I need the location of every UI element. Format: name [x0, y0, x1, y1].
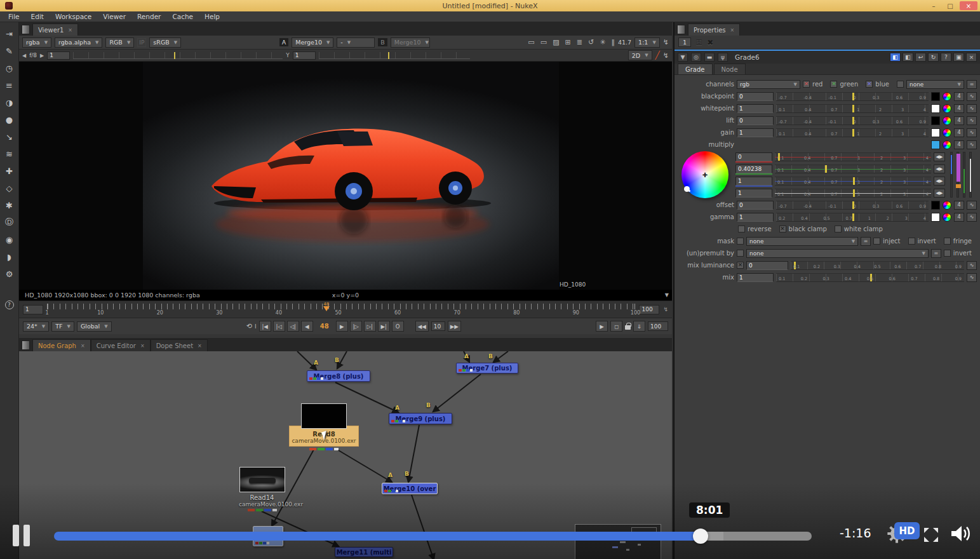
play-backward-button[interactable]: ◀ [301, 321, 313, 332]
player-fullscreen-icon[interactable] [922, 526, 940, 546]
stop-render-button[interactable]: ◻ [610, 321, 622, 332]
gamma-split-button[interactable]: 4 [954, 213, 964, 222]
tab-dope-sheet[interactable]: Dope Sheet× [151, 339, 208, 351]
blackpoint-split-button[interactable]: 4 [954, 92, 964, 101]
filter-node-icon[interactable]: ● [2, 112, 17, 127]
mix-field[interactable]: 1 [737, 273, 774, 282]
offset-curve-button[interactable]: ∿ [967, 201, 977, 210]
gain-slider[interactable] [73, 52, 283, 59]
tab-node-graph[interactable]: Node Graph× [32, 339, 91, 351]
refresh-icon[interactable]: ↻ [928, 53, 939, 62]
b-input-dropdown[interactable]: Merge10▼ [391, 37, 430, 48]
mask-invert-checkbox[interactable] [908, 238, 915, 245]
graph-minimap[interactable] [575, 524, 661, 559]
lift-curve-button[interactable]: ∿ [967, 116, 977, 125]
step-forward-10-button[interactable]: ▶▶ [448, 321, 461, 332]
playhead-marker[interactable]: 48 [323, 302, 330, 311]
player-volume-icon[interactable] [950, 524, 973, 546]
mask-inject-checkbox[interactable] [873, 238, 880, 245]
gamma-slider[interactable] [319, 52, 471, 59]
gamma-field[interactable]: 1 [293, 51, 316, 60]
node-merge10[interactable]: Merge10 (over [382, 483, 438, 494]
view-dims-dropdown[interactable]: 2D▼ [628, 50, 652, 60]
multiply-swatch[interactable] [931, 140, 940, 149]
pixel-analyzer-icon[interactable]: ↯ [663, 51, 669, 60]
tmi-sliders[interactable] [945, 151, 977, 199]
node-read8[interactable]: Read8 cameraMove.0100.exr [289, 403, 359, 450]
help-node-icon[interactable]: ? [2, 297, 17, 313]
metadata-node-icon[interactable]: ◗ [2, 249, 17, 264]
offset-colorwheel-icon[interactable] [943, 201, 951, 210]
bounce-icon[interactable]: I [255, 323, 257, 330]
hd-badge[interactable]: HD [894, 522, 920, 539]
center-node-icon[interactable]: ◎ [691, 53, 701, 62]
timeline-ruler[interactable]: 110203040506070809010048 [47, 302, 635, 317]
help-icon[interactable]: ? [941, 53, 951, 62]
player-pause-button[interactable] [13, 525, 30, 546]
gamma-curve-button[interactable]: ∿ [967, 213, 977, 222]
step-forward-button[interactable]: |▷ [350, 321, 362, 332]
premult-checkbox[interactable] [737, 250, 744, 257]
input-process-icon[interactable]: ▭ [528, 38, 534, 46]
node-merge11[interactable]: Merge11 (multi [335, 547, 393, 557]
lut-dropdown[interactable]: sRGB▼ [149, 37, 181, 48]
sample-swatch-icon[interactable]: ╱ [655, 51, 660, 60]
gain-swatch[interactable] [931, 128, 940, 137]
channels-options-button[interactable]: = [967, 80, 977, 89]
timeline-options-icon[interactable]: ↯ [663, 306, 668, 313]
gain-slider[interactable]: 0.10.40.71234 [776, 128, 929, 137]
roi-icon[interactable]: ✳ [600, 38, 605, 46]
whitepoint-swatch[interactable] [931, 104, 940, 113]
green-checkbox[interactable]: ✕ [830, 81, 837, 88]
red-checkbox[interactable]: ✕ [803, 81, 810, 88]
tab-viewer1[interactable]: Viewer1 × [32, 24, 78, 36]
flipbook-button[interactable]: ▶ [596, 321, 608, 332]
gamma-colorwheel-icon[interactable] [943, 213, 951, 222]
multiply-value-field-1[interactable]: 0.40238 [735, 165, 772, 173]
player-scrubber-handle[interactable] [693, 529, 708, 544]
gain-field[interactable]: 1 [737, 128, 774, 137]
mask-dropdown[interactable]: none▼ [746, 237, 858, 246]
viewer-region-icon[interactable]: ▭ [540, 38, 547, 46]
tab-curve-editor[interactable]: Curve Editor× [91, 339, 151, 351]
lift-colorwheel-icon[interactable] [943, 116, 951, 125]
offset-slider[interactable]: -0.7-0.4-0.100.30.60.9 [776, 201, 929, 210]
multiply-value-field-3[interactable]: 1 [735, 189, 772, 198]
monitor-out-icon[interactable]: ⊞ [565, 38, 571, 46]
mask-options-button[interactable]: = [861, 237, 871, 246]
menu-workspace[interactable]: Workspace [50, 13, 97, 20]
whitepoint-curve-button[interactable]: ∿ [967, 104, 977, 113]
multiply-curve-button[interactable]: ∿ [967, 140, 977, 149]
panel-chooser-icon[interactable] [22, 25, 30, 34]
whitepoint-slider[interactable]: 0.10.40.71234 [776, 104, 929, 113]
node-read14[interactable]: Read14 cameraMove.0100.exr [239, 467, 285, 511]
range-in-field[interactable]: 1 [23, 305, 43, 314]
menu-file[interactable]: File [3, 13, 25, 20]
mix-curve-button[interactable]: ∿ [967, 273, 977, 282]
goto-start-button[interactable]: |◀ [259, 321, 271, 332]
mask-checkbox[interactable] [737, 238, 744, 245]
info-caret-icon[interactable]: ▼ [665, 292, 669, 298]
a-input-badge[interactable]: A [279, 38, 289, 46]
merge-node-icon[interactable]: ≋ [2, 146, 17, 161]
lift-slider[interactable]: -0.7-0.4-0.100.30.60.9 [776, 116, 929, 125]
premult-dropdown[interactable]: none▼ [746, 249, 929, 258]
tab-grade[interactable]: Grade [678, 64, 713, 74]
premult-invert-checkbox[interactable] [944, 250, 951, 257]
keyer-node-icon[interactable]: ↘ [2, 129, 17, 144]
node-menu-icon[interactable]: ▼ [678, 53, 688, 62]
mix-luminance-checkbox[interactable]: ✕ [737, 262, 744, 269]
step-back-button[interactable]: ◁| [287, 321, 299, 332]
menu-edit[interactable]: Edit [25, 13, 50, 20]
fstop-next-icon[interactable]: ▶ [40, 53, 44, 58]
gain-field[interactable]: 1 [47, 51, 70, 60]
blackpoint-curve-button[interactable]: ∿ [967, 92, 977, 101]
channel-list-icon[interactable]: ≣ [577, 38, 582, 46]
a-input-dropdown[interactable]: Merge10▼ [292, 37, 333, 48]
blackpoint-swatch[interactable] [931, 92, 940, 101]
blackpoint-colorwheel-icon[interactable] [943, 92, 951, 101]
display-channels-dropdown[interactable]: RGB▼ [105, 37, 134, 48]
menu-help[interactable]: Help [199, 13, 225, 20]
mix-luminance-slider[interactable]: 0.10.20.30.40.50.60.70.80.9 [791, 261, 964, 270]
panel-chooser-icon[interactable] [677, 25, 685, 34]
